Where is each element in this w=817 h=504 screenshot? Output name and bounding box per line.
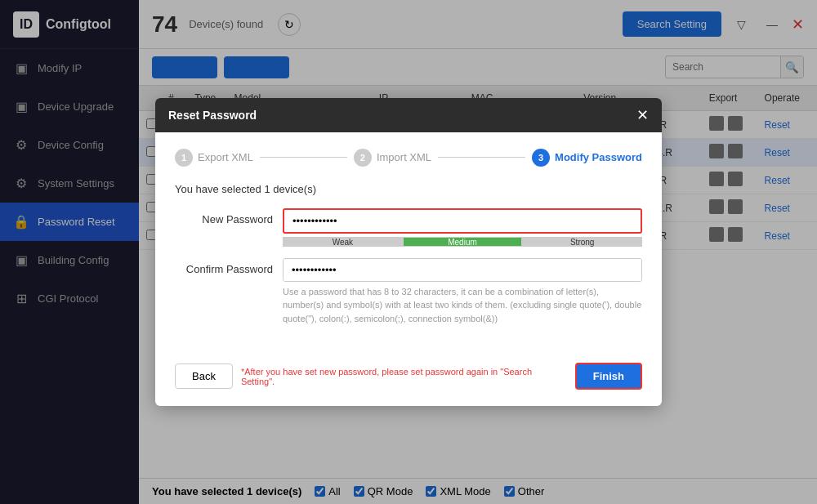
warning-text: *After you have set new password, please… [241,367,567,386]
strength-strong: Strong [522,237,642,247]
step-line-2 [438,157,525,158]
step-line-1 [260,157,347,158]
confirm-password-label: Confirm Password [175,258,273,275]
back-button[interactable]: Back [175,364,233,389]
new-password-input-wrapper [283,208,642,234]
strength-weak: Weak [283,237,403,247]
confirm-password-input[interactable] [283,259,641,281]
confirm-password-field: Use a password that has 8 to 32 characte… [283,258,642,326]
step-3: 3 Modify Password [532,149,642,167]
modal-body: 1 Export XML 2 Import XML 3 Modify Pa [155,132,662,354]
selected-info: You have selected 1 device(s) [175,183,642,195]
confirm-password-row: Confirm Password Use a password that has… [175,258,642,326]
reset-password-modal: Reset Password ✕ 1 Export XML 2 Import [155,98,662,407]
step-2: 2 Import XML [354,149,431,167]
confirm-password-input-wrapper [283,258,642,282]
modal-footer: Back *After you have set new password, p… [155,353,662,406]
modal-overlay: Reset Password ✕ 1 Export XML 2 Import [0,0,817,504]
strength-weak-label: Weak [283,238,402,248]
step-3-label: Modify Password [555,151,642,163]
new-password-field: Weak Medium Strong [283,208,642,247]
step-2-label: Import XML [377,151,431,163]
strength-bar: Weak Medium Strong [283,237,642,247]
new-password-input[interactable] [284,210,641,232]
step-1: 1 Export XML [175,149,253,167]
finish-button[interactable]: Finish [575,363,642,390]
new-password-label: New Password [175,208,273,225]
step-2-circle: 2 [354,149,372,167]
hint-text: Use a password that has 8 to 32 characte… [283,285,642,326]
modal-close-button[interactable]: ✕ [636,108,649,123]
modal-header: Reset Password ✕ [155,98,662,132]
strength-strong-label: Strong [523,238,641,248]
step-1-label: Export XML [198,151,253,163]
steps-bar: 1 Export XML 2 Import XML 3 Modify Pa [175,149,642,167]
step-3-circle: 3 [532,149,550,167]
modal-title: Reset Password [168,109,257,122]
strength-medium: Medium [403,237,523,247]
strength-medium-label: Medium [404,238,522,248]
step-1-circle: 1 [175,149,193,167]
new-password-row: New Password Weak Medium Strong [175,208,642,247]
